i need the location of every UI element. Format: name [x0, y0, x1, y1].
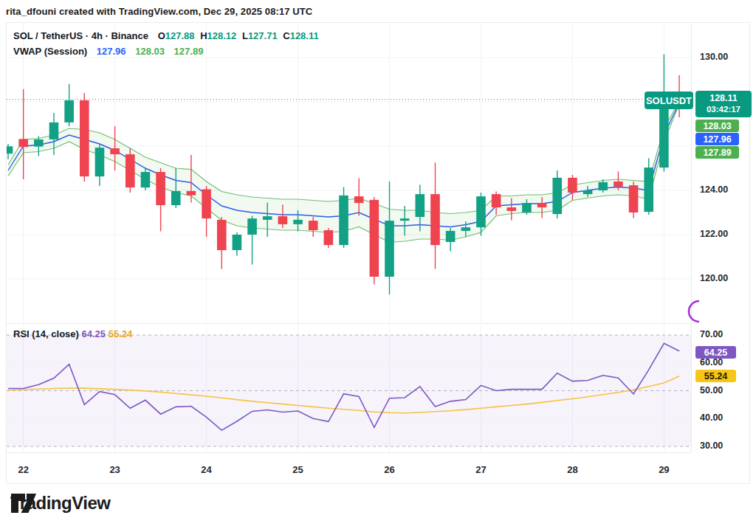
candle-body: [293, 220, 303, 224]
rsi-axis-label: 30.00: [700, 441, 723, 451]
candle-body: [64, 100, 74, 122]
candle-body: [18, 139, 28, 147]
candle-body: [171, 191, 181, 205]
candle-body: [233, 235, 242, 250]
price-axis-divider: [691, 23, 692, 452]
candle-body: [614, 182, 623, 187]
main-price-pane[interactable]: [7, 23, 691, 323]
tradingview-mark-icon: [10, 493, 37, 514]
candle-body: [598, 182, 608, 190]
time-axis-label: 25: [292, 464, 303, 475]
time-axis-label: 24: [201, 464, 211, 475]
candle-body: [339, 196, 348, 245]
time-axis-label: 22: [18, 464, 28, 475]
time-axis-label: 23: [109, 464, 120, 475]
vwap-upper-badge: 128.03: [695, 120, 739, 132]
candle-body: [95, 148, 105, 176]
tradingview-logo[interactable]: TradingView: [10, 493, 110, 514]
candle-body: [400, 218, 410, 221]
ohlc-low: L127.71: [242, 30, 278, 41]
chart-card: SOL / TetherUS · 4h · Binance O127.88 H1…: [6, 22, 750, 484]
candle-body: [247, 218, 257, 235]
price-axis-label: 122.00: [700, 229, 728, 239]
ohlc-close: C128.11: [283, 30, 318, 41]
candle-body: [522, 203, 532, 213]
candle-body: [583, 190, 593, 194]
attribution-text: rita_dfouni created with TradingView.com…: [6, 6, 312, 17]
candle-body: [80, 100, 89, 176]
main-legend: SOL / TetherUS · 4h · Binance O127.88 H1…: [13, 28, 319, 59]
ohlc-high: H128.12: [200, 30, 236, 41]
pane-divider[interactable]: [7, 323, 691, 324]
price-axis-label: 130.00: [700, 52, 728, 62]
time-axis-label: 27: [475, 464, 486, 475]
bar-countdown: 03:42:17: [707, 104, 740, 115]
rsi-axis-label: 50.00: [700, 385, 723, 395]
last-price-badge: 128.11 03:42:17: [695, 91, 752, 117]
candle-body: [263, 216, 272, 220]
time-axis-divider: [7, 452, 691, 453]
candle-body: [309, 221, 318, 230]
watermark-arc: [681, 299, 707, 324]
candle-body: [278, 216, 288, 224]
candle-body: [461, 227, 471, 231]
candle-body: [370, 200, 379, 277]
candle-body: [202, 190, 211, 219]
rsi-badge: 64.25: [695, 346, 736, 359]
candle-body: [354, 196, 364, 203]
candle-body: [217, 220, 227, 250]
ohlc-open: O127.88: [158, 30, 195, 41]
rsi-ma-badge: 55.24: [695, 370, 736, 382]
candle-body: [552, 178, 562, 214]
candle-body: [446, 231, 456, 242]
candle-body: [324, 230, 334, 245]
candle-body: [537, 203, 547, 207]
vwap-upper-value: 128.03: [135, 46, 165, 57]
candle-body: [110, 148, 120, 154]
candle-body: [126, 154, 135, 187]
candle-body: [492, 194, 501, 207]
vwap-lower-value: 127.89: [174, 46, 204, 57]
candle-body: [34, 139, 44, 147]
candle-body: [629, 185, 639, 213]
candle-body: [385, 221, 394, 277]
candle-body: [430, 194, 440, 245]
candle-body: [476, 196, 486, 227]
price-axis-label: 124.00: [700, 184, 728, 195]
rsi-indicator-title[interactable]: RSI (14, close): [13, 328, 79, 339]
candle-body: [156, 172, 165, 205]
rsi-axis-label: 70.00: [700, 329, 723, 339]
vwap-badge: 127.96: [695, 133, 739, 145]
candle-body: [644, 167, 653, 212]
candle-body: [568, 178, 577, 193]
rsi-axis-label: 40.00: [700, 412, 723, 423]
rsi-legend: RSI (14, close) 64.25 55.24: [13, 328, 132, 339]
rsi-value: 64.25: [82, 328, 106, 339]
symbol-title[interactable]: SOL / TetherUS · 4h · Binance: [13, 30, 148, 41]
symbol-flag-badge: SOLUSDT: [645, 91, 693, 109]
vwap-lower-badge: 127.89: [695, 146, 739, 159]
vwap-value: 127.96: [97, 46, 126, 57]
candle-body: [187, 191, 196, 196]
time-axis-label: 29: [659, 464, 669, 475]
candle-body: [506, 207, 516, 211]
candle-body: [416, 194, 425, 217]
vwap-indicator-title[interactable]: VWAP (Session): [13, 46, 87, 57]
rsi-ma-value: 55.24: [109, 328, 133, 339]
candle-body: [7, 146, 13, 153]
candle-body: [141, 172, 151, 187]
price-axis-label: 120.00: [700, 273, 728, 283]
candle-body: [49, 122, 59, 139]
time-axis-label: 26: [384, 464, 394, 475]
time-axis-label: 28: [567, 464, 577, 475]
tradingview-snapshot: rita_dfouni created with TradingView.com…: [0, 0, 756, 532]
rsi-pane[interactable]: [7, 325, 691, 452]
